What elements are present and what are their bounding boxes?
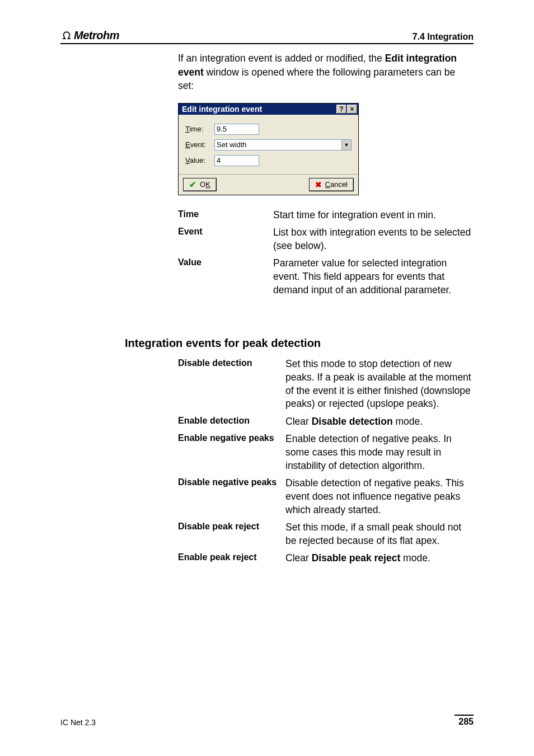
def-value: Value Parameter value for selected integ… bbox=[178, 257, 474, 297]
def-desc: Set this mode to stop detection of new p… bbox=[285, 358, 474, 411]
def-term: Time bbox=[178, 209, 273, 219]
ok-button[interactable]: ✔ OK bbox=[183, 178, 217, 191]
def-desc: Start time for integration event in min. bbox=[273, 209, 474, 222]
time-input[interactable] bbox=[214, 124, 259, 135]
value-row: Value: bbox=[185, 155, 352, 166]
def-disable-negative-peaks: Disable negative peaks Disable detection… bbox=[178, 477, 474, 516]
def-disable-detection: Disable detection Set this mode to stop … bbox=[178, 358, 474, 411]
dialog-titlebar: Edit integration event ? × bbox=[179, 104, 358, 115]
chevron-down-icon[interactable]: ▼ bbox=[341, 139, 352, 151]
def-desc: Enable detection of negative peaks. In s… bbox=[285, 433, 474, 472]
def-term: Disable detection bbox=[178, 358, 285, 368]
event-definitions: Disable detection Set this mode to stop … bbox=[178, 358, 474, 565]
def-term: Enable negative peaks bbox=[178, 433, 285, 443]
intro-paragraph: If an integration event is added or modi… bbox=[178, 51, 474, 93]
event-label: Event: bbox=[185, 140, 214, 149]
close-button[interactable]: × bbox=[347, 105, 357, 114]
check-icon: ✔ bbox=[189, 180, 196, 190]
desc-pre: Clear bbox=[285, 552, 312, 564]
page-header: Metrohm 7.4 Integration bbox=[60, 29, 474, 44]
def-time: Time Start time for integration event in… bbox=[178, 209, 474, 222]
def-desc: List box with integration events to be s… bbox=[273, 226, 474, 252]
titlebar-buttons: ? × bbox=[336, 105, 357, 114]
dialog-title: Edit integration event bbox=[182, 105, 262, 114]
page-content: If an integration event is added or modi… bbox=[60, 51, 474, 570]
desc-post: mode. bbox=[400, 552, 430, 564]
x-icon: ✖ bbox=[315, 180, 322, 189]
edit-integration-event-dialog: Edit integration event ? × Time: Event: … bbox=[178, 103, 359, 195]
desc-bold: Disable peak reject bbox=[312, 552, 401, 564]
def-disable-peak-reject: Disable peak reject Set this mode, if a … bbox=[178, 521, 474, 547]
value-label: Value: bbox=[185, 156, 214, 165]
event-select-value[interactable] bbox=[214, 139, 341, 151]
section-reference: 7.4 Integration bbox=[413, 32, 474, 42]
def-enable-peak-reject: Enable peak reject Clear Disable peak re… bbox=[178, 552, 474, 565]
dialog-body: Time: Event: ▼ Value: bbox=[179, 115, 358, 174]
brand-name: Metrohm bbox=[74, 29, 119, 42]
desc-post: mode. bbox=[393, 416, 423, 427]
dialog-button-row: ✔ OK ✖ Cancel bbox=[179, 174, 358, 195]
cancel-button[interactable]: ✖ Cancel bbox=[309, 178, 354, 191]
section-heading: Integration events for peak detection bbox=[125, 337, 474, 350]
def-term: Disable peak reject bbox=[178, 521, 285, 532]
intro-text-pre: If an integration event is added or modi… bbox=[178, 53, 385, 64]
brand-logo: Metrohm bbox=[60, 29, 119, 42]
intro-text-post: window is opened where the following par… bbox=[178, 67, 455, 92]
def-term: Enable detection bbox=[178, 415, 285, 426]
event-row: Event: ▼ bbox=[185, 139, 352, 151]
def-desc: Clear Disable detection mode. bbox=[285, 415, 474, 429]
def-desc: Set this mode, if a small peak should no… bbox=[285, 521, 474, 547]
time-label: Time: bbox=[185, 125, 214, 133]
value-input[interactable] bbox=[214, 155, 259, 166]
def-enable-detection: Enable detection Clear Disable detection… bbox=[178, 415, 474, 429]
page-number: 285 bbox=[455, 715, 474, 727]
def-desc: Clear Disable peak reject mode. bbox=[285, 552, 474, 565]
time-row: Time: bbox=[185, 124, 352, 135]
def-desc: Disable detection of negative peaks. Thi… bbox=[285, 477, 474, 516]
def-term: Enable peak reject bbox=[178, 552, 285, 562]
omega-icon bbox=[60, 30, 73, 42]
def-event: Event List box with integration events t… bbox=[178, 226, 474, 252]
desc-bold: Disable detection bbox=[312, 416, 393, 427]
ok-label: OK bbox=[200, 180, 210, 189]
help-button[interactable]: ? bbox=[336, 105, 346, 114]
def-term: Value bbox=[178, 257, 273, 267]
def-term: Event bbox=[178, 226, 273, 237]
page-footer: IC Net 2.3 285 bbox=[60, 715, 474, 727]
def-desc: Parameter value for selected integration… bbox=[273, 257, 474, 297]
footer-product: IC Net 2.3 bbox=[60, 718, 96, 727]
def-enable-negative-peaks: Enable negative peaks Enable detection o… bbox=[178, 433, 474, 472]
parameter-definitions: Time Start time for integration event in… bbox=[178, 209, 474, 297]
def-term: Disable negative peaks bbox=[178, 477, 285, 487]
desc-pre: Clear bbox=[285, 416, 312, 427]
cancel-label: Cancel bbox=[325, 180, 348, 189]
event-select[interactable]: ▼ bbox=[214, 139, 352, 151]
